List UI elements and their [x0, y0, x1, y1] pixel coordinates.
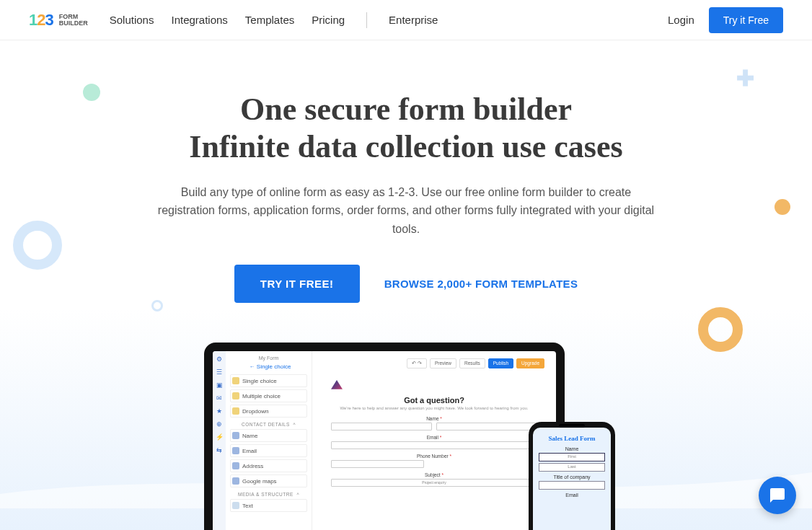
nav-templates[interactable]: Templates — [245, 14, 294, 26]
phone-form-title: Sales Lead Form — [539, 435, 605, 442]
nav-enterprise[interactable]: Enterprise — [389, 14, 438, 26]
nav-divider — [366, 12, 367, 28]
nav-solutions[interactable]: Solutions — [110, 14, 154, 26]
nav-pricing[interactable]: Pricing — [312, 14, 345, 26]
input-email — [331, 441, 537, 449]
form-heading: Got a question? — [331, 396, 537, 405]
laptop-mockup: ⚙ ☰ ▣ ✉ ★ ⊕ ⚡ ⇆ My Form ← Single choice … — [204, 343, 565, 530]
sidebar-globe-icon: ⊕ — [216, 420, 223, 428]
hero-subtitle: Build any type of online form as easy as… — [154, 183, 658, 239]
try-free-button[interactable]: Try it Free — [709, 7, 783, 33]
phone-input-last: Last — [539, 463, 605, 472]
input-first-name — [331, 423, 432, 430]
input-phone — [331, 460, 424, 468]
panel-section-contact: CONTACT DETAILS ^ — [230, 422, 307, 427]
label-subject: Subject — [331, 472, 537, 477]
device-mockups: ⚙ ☰ ▣ ✉ ★ ⊕ ⚡ ⇆ My Form ← Single choice … — [204, 343, 608, 530]
chat-widget-button[interactable] — [759, 477, 796, 514]
decoration-ring-icon — [13, 221, 62, 270]
sidebar-share-icon: ⇆ — [216, 446, 223, 454]
login-link[interactable]: Login — [668, 14, 694, 26]
publish-pill: Publish — [488, 358, 513, 368]
logo[interactable]: 123 FORMBUILDER — [29, 11, 88, 30]
decoration-plus-icon: ✚ — [736, 66, 754, 91]
form-logo-icon — [331, 380, 343, 392]
field-item: Address — [230, 459, 307, 472]
results-pill: Results — [459, 358, 485, 368]
hero-section: ✚ One secure form builder Infinite data … — [0, 40, 812, 530]
preview-pill: Preview — [430, 358, 456, 368]
form-title: My Form — [230, 355, 307, 361]
sidebar-gear-icon: ⚙ — [216, 355, 223, 363]
decoration-orange-ring-icon — [698, 307, 743, 352]
phone-label-email: Email — [539, 493, 605, 498]
field-item: Single choice — [230, 374, 307, 387]
sidebar-mail-icon: ✉ — [216, 394, 223, 402]
phone-label-name: Name — [539, 446, 605, 451]
input-subject: Project enquiry — [331, 479, 537, 487]
chat-icon — [769, 487, 786, 504]
sidebar-bolt-icon: ⚡ — [216, 433, 223, 441]
field-item: Dropdown — [230, 405, 307, 418]
sidebar-list-icon: ☰ — [216, 368, 223, 376]
panel-active-field: ← Single choice — [233, 363, 307, 370]
phone-input-title — [539, 481, 605, 490]
header: 123 FORMBUILDER Solutions Integrations T… — [0, 0, 812, 40]
cta-row: TRY IT FREE! BROWSE 2,000+ FORM TEMPLATE… — [29, 265, 783, 303]
browse-templates-link[interactable]: BROWSE 2,000+ FORM TEMPLATES — [384, 278, 578, 290]
decoration-dot-icon — [83, 84, 100, 101]
app-icon-sidebar: ⚙ ☰ ▣ ✉ ★ ⊕ ⚡ ⇆ — [213, 351, 226, 530]
field-item: Multiple choice — [230, 389, 307, 402]
label-email: Email — [331, 435, 537, 440]
form-canvas: ↶ ↷ Preview Results Publish Upgrade Got … — [312, 351, 556, 530]
undo-icon: ↶ ↷ — [407, 358, 427, 368]
hero-try-free-button[interactable]: TRY IT FREE! — [234, 265, 360, 303]
main-nav: Solutions Integrations Templates Pricing… — [110, 12, 438, 28]
sidebar-star-icon: ★ — [216, 407, 223, 415]
phone-label-title: Title of company — [539, 474, 605, 480]
decoration-small-ring-icon — [151, 300, 163, 312]
upgrade-pill: Upgrade — [516, 358, 544, 368]
label-phone: Phone Number — [331, 454, 537, 459]
form-subheading: We're here to help and answer any questi… — [331, 406, 537, 412]
sidebar-cube-icon: ▣ — [216, 381, 223, 389]
fields-panel: My Form ← Single choice Single choice Mu… — [226, 351, 312, 530]
panel-section-media: MEDIA & STRUCUTRE ^ — [230, 492, 307, 497]
decoration-orange-dot-icon — [775, 199, 790, 215]
field-item: Google maps — [230, 474, 307, 487]
field-item: Email — [230, 444, 307, 457]
phone-mockup: Sales Lead Form Name First Last Title of… — [529, 422, 615, 530]
hero-title: One secure form builder Infinite data co… — [29, 91, 783, 166]
input-last-name — [436, 423, 537, 430]
nav-integrations[interactable]: Integrations — [171, 14, 227, 26]
label-name: Name — [331, 416, 537, 421]
phone-input-first: First — [539, 453, 605, 461]
field-item: Name — [230, 429, 307, 442]
field-item: Text — [230, 499, 307, 512]
